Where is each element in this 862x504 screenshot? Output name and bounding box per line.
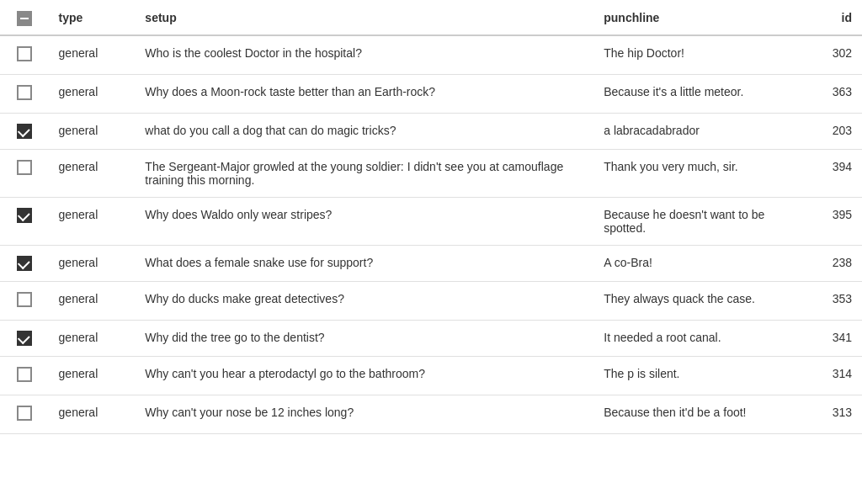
row-punchline: Thank you very much, sir. [593, 150, 792, 198]
row-type: general [49, 246, 136, 282]
row-id: 313 [793, 395, 862, 434]
row-checkbox-cell [0, 246, 49, 282]
row-type: general [49, 114, 136, 150]
row-punchline: Because he doesn't want to be spotted. [593, 198, 792, 246]
row-checkbox-cell [0, 357, 49, 395]
col-header-type: type [49, 0, 136, 35]
row-checkbox-cell [0, 150, 49, 198]
row-checkbox-cell [0, 282, 49, 321]
table-row: generalWhy does Waldo only wear stripes?… [0, 198, 862, 246]
row-punchline: a labracadabrador [593, 114, 792, 150]
row-punchline: They always quack the case. [593, 282, 792, 321]
row-checkbox[interactable] [17, 331, 32, 346]
select-all-header[interactable] [0, 0, 49, 35]
col-header-id: id [793, 0, 862, 35]
row-punchline: It needed a root canal. [593, 321, 792, 357]
row-punchline: Because it's a little meteor. [593, 75, 792, 114]
row-checkbox-cell [0, 114, 49, 150]
row-punchline: Because then it'd be a foot! [593, 395, 792, 434]
row-checkbox[interactable] [17, 46, 32, 61]
row-setup: Why did the tree go to the dentist? [135, 321, 593, 357]
row-setup: Why do ducks make great detectives? [135, 282, 593, 321]
row-setup: Why can't your nose be 12 inches long? [135, 395, 593, 434]
row-id: 363 [793, 75, 862, 114]
table-body: generalWho is the coolest Doctor in the … [0, 35, 862, 434]
row-setup: Why does a Moon-rock taste better than a… [135, 75, 593, 114]
table-row: generalWhy can't your nose be 12 inches … [0, 395, 862, 434]
row-id: 203 [793, 114, 862, 150]
row-checkbox[interactable] [17, 367, 32, 382]
row-type: general [49, 198, 136, 246]
table-header-row: type setup punchline id [0, 0, 862, 35]
row-checkbox[interactable] [17, 124, 32, 139]
row-checkbox[interactable] [17, 208, 32, 223]
row-id: 238 [793, 246, 862, 282]
table-row: generalWhy does a Moon-rock taste better… [0, 75, 862, 114]
row-checkbox[interactable] [17, 406, 32, 421]
row-type: general [49, 35, 136, 75]
row-punchline: The hip Doctor! [593, 35, 792, 75]
row-checkbox[interactable] [17, 292, 32, 307]
table-row: generalWhy did the tree go to the dentis… [0, 321, 862, 357]
table-row: generalWhy do ducks make great detective… [0, 282, 862, 321]
row-setup: Why does Waldo only wear stripes? [135, 198, 593, 246]
row-checkbox[interactable] [17, 160, 32, 175]
table-row: generalWho is the coolest Doctor in the … [0, 35, 862, 75]
row-type: general [49, 150, 136, 198]
jokes-table: type setup punchline id generalWho is th… [0, 0, 862, 434]
row-id: 302 [793, 35, 862, 75]
row-checkbox[interactable] [17, 85, 32, 100]
table-row: generalThe Sergeant-Major growled at the… [0, 150, 862, 198]
row-type: general [49, 321, 136, 357]
row-setup: The Sergeant-Major growled at the young … [135, 150, 593, 198]
table-row: generalWhy can't you hear a pterodactyl … [0, 357, 862, 395]
row-checkbox-cell [0, 321, 49, 357]
row-setup: Why can't you hear a pterodactyl go to t… [135, 357, 593, 395]
table-row: generalWhat does a female snake use for … [0, 246, 862, 282]
row-type: general [49, 282, 136, 321]
select-all-checkbox[interactable] [17, 11, 32, 26]
row-id: 394 [793, 150, 862, 198]
row-type: general [49, 357, 136, 395]
row-setup: what do you call a dog that can do magic… [135, 114, 593, 150]
row-id: 353 [793, 282, 862, 321]
row-type: general [49, 75, 136, 114]
row-checkbox-cell [0, 395, 49, 434]
row-checkbox-cell [0, 35, 49, 75]
row-checkbox-cell [0, 198, 49, 246]
row-setup: What does a female snake use for support… [135, 246, 593, 282]
row-punchline: The p is silent. [593, 357, 792, 395]
col-header-setup: setup [135, 0, 593, 35]
row-id: 341 [793, 321, 862, 357]
row-id: 314 [793, 357, 862, 395]
row-setup: Who is the coolest Doctor in the hospita… [135, 35, 593, 75]
row-checkbox[interactable] [17, 256, 32, 271]
row-checkbox-cell [0, 75, 49, 114]
row-type: general [49, 395, 136, 434]
table-row: generalwhat do you call a dog that can d… [0, 114, 862, 150]
row-id: 395 [793, 198, 862, 246]
row-punchline: A co-Bra! [593, 246, 792, 282]
col-header-punchline: punchline [593, 0, 792, 35]
